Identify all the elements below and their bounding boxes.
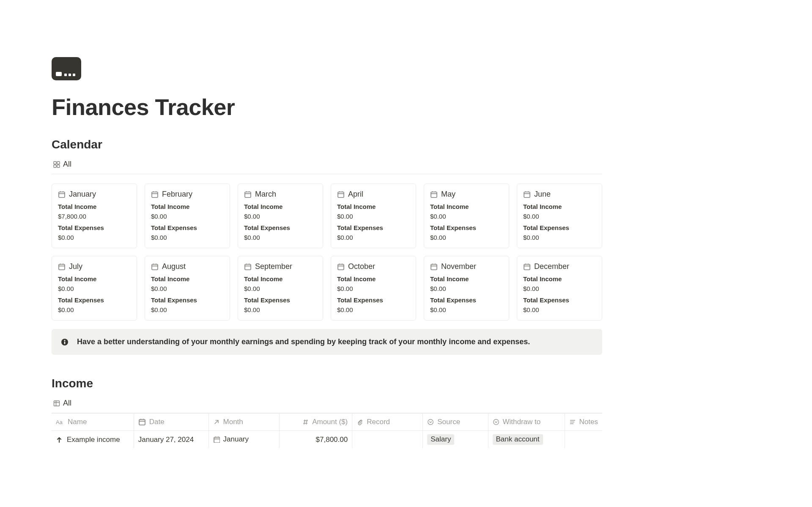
attachment-icon xyxy=(357,419,363,425)
month-card[interactable]: November Total Income $0.00 Total Expens… xyxy=(424,256,509,321)
calendar-icon xyxy=(138,418,146,426)
expenses-value: $0.00 xyxy=(58,306,131,313)
expenses-label: Total Expenses xyxy=(58,224,131,231)
expenses-value: $0.00 xyxy=(337,234,410,241)
expenses-label: Total Expenses xyxy=(430,296,503,304)
expenses-label: Total Expenses xyxy=(58,296,131,304)
cell-amount[interactable]: $7,800.00 xyxy=(280,431,352,449)
col-date[interactable]: Date xyxy=(134,414,208,431)
calendar-gallery: January Total Income $7,800.00 Total Exp… xyxy=(52,184,602,321)
expenses-label: Total Expenses xyxy=(430,224,503,231)
month-name: January xyxy=(69,190,96,199)
month-name: September xyxy=(255,262,292,271)
cell-withdraw[interactable]: Bank account xyxy=(488,431,565,449)
income-value: $0.00 xyxy=(151,213,224,220)
income-label: Total Income xyxy=(337,203,410,210)
expenses-value: $0.00 xyxy=(244,306,317,313)
month-card[interactable]: July Total Income $0.00 Total Expenses $… xyxy=(52,256,137,321)
col-source[interactable]: Source xyxy=(423,414,488,431)
expenses-value: $0.00 xyxy=(430,234,503,241)
income-label: Total Income xyxy=(430,203,503,210)
col-month[interactable]: Month xyxy=(208,414,280,431)
month-card[interactable]: August Total Income $0.00 Total Expenses… xyxy=(145,256,230,321)
income-label: Total Income xyxy=(151,275,224,282)
calendar-icon xyxy=(151,191,159,198)
income-label: Total Income xyxy=(523,275,596,282)
month-name: August xyxy=(162,262,186,271)
col-record[interactable]: Record xyxy=(352,414,423,431)
month-card[interactable]: September Total Income $0.00 Total Expen… xyxy=(238,256,323,321)
month-card[interactable]: March Total Income $0.00 Total Expenses … xyxy=(238,184,323,248)
month-name: October xyxy=(348,262,375,271)
cell-source[interactable]: Salary xyxy=(423,431,488,449)
month-card[interactable]: October Total Income $0.00 Total Expense… xyxy=(331,256,416,321)
col-withdraw[interactable]: Withdraw to xyxy=(488,414,565,431)
col-name[interactable]: Name xyxy=(52,414,134,431)
month-card[interactable]: June Total Income $0.00 Total Expenses $… xyxy=(517,184,602,248)
calendar-icon xyxy=(151,263,159,271)
expenses-value: $0.00 xyxy=(337,306,410,313)
income-label: Total Income xyxy=(58,203,131,210)
income-value: $0.00 xyxy=(337,285,410,292)
income-label: Total Income xyxy=(58,275,131,282)
cell-month[interactable]: January xyxy=(208,431,280,449)
title-icon xyxy=(56,419,64,425)
gallery-icon xyxy=(53,161,60,168)
calendar-icon xyxy=(244,191,252,198)
relation-icon xyxy=(213,419,220,425)
income-value: $0.00 xyxy=(337,213,410,220)
income-view-all[interactable]: All xyxy=(52,398,73,408)
calendar-icon xyxy=(430,263,438,271)
table-icon xyxy=(53,400,60,407)
expenses-value: $0.00 xyxy=(151,306,224,313)
callout-text: Have a better understanding of your mont… xyxy=(77,337,530,346)
expenses-value: $0.00 xyxy=(244,234,317,241)
text-icon xyxy=(569,419,576,425)
col-amount[interactable]: Amount ($) xyxy=(280,414,352,431)
income-label: Total Income xyxy=(337,275,410,282)
calendar-icon xyxy=(337,191,345,198)
info-callout: Have a better understanding of your mont… xyxy=(52,329,602,355)
expenses-label: Total Expenses xyxy=(523,296,596,304)
expenses-label: Total Expenses xyxy=(244,224,317,231)
month-card[interactable]: December Total Income $0.00 Total Expens… xyxy=(517,256,602,321)
expenses-label: Total Expenses xyxy=(337,296,410,304)
cell-name[interactable]: Example income xyxy=(52,431,134,449)
month-name: November xyxy=(441,262,476,271)
expenses-value: $0.00 xyxy=(151,234,224,241)
expenses-label: Total Expenses xyxy=(337,224,410,231)
cell-notes[interactable] xyxy=(565,431,602,449)
arrow-up-icon xyxy=(56,436,63,443)
income-value: $0.00 xyxy=(523,285,596,292)
calendar-view-all[interactable]: All xyxy=(52,159,73,170)
page-title: Finances Tracker xyxy=(52,94,602,120)
month-card[interactable]: May Total Income $0.00 Total Expenses $0… xyxy=(424,184,509,248)
income-label: Total Income xyxy=(244,275,317,282)
expenses-value: $0.00 xyxy=(523,306,596,313)
calendar-icon xyxy=(523,191,531,198)
col-notes[interactable]: Notes xyxy=(565,414,602,431)
calendar-icon xyxy=(337,263,345,271)
expenses-value: $0.00 xyxy=(523,234,596,241)
calendar-icon xyxy=(523,263,531,271)
income-value: $0.00 xyxy=(244,213,317,220)
month-name: February xyxy=(162,190,192,199)
month-name: July xyxy=(69,262,82,271)
cell-record[interactable] xyxy=(352,431,423,449)
expenses-value: $0.00 xyxy=(430,306,503,313)
month-card[interactable]: April Total Income $0.00 Total Expenses … xyxy=(331,184,416,248)
cell-date[interactable]: January 27, 2024 xyxy=(134,431,208,449)
month-card[interactable]: January Total Income $7,800.00 Total Exp… xyxy=(52,184,137,248)
income-value: $0.00 xyxy=(244,285,317,292)
page-icon xyxy=(52,57,81,80)
calendar-icon xyxy=(430,191,438,198)
calendar-view-tabs: All xyxy=(52,159,602,174)
income-label: Total Income xyxy=(523,203,596,210)
expenses-label: Total Expenses xyxy=(151,296,224,304)
info-icon xyxy=(61,338,69,346)
expenses-label: Total Expenses xyxy=(244,296,317,304)
month-card[interactable]: February Total Income $0.00 Total Expens… xyxy=(145,184,230,248)
income-label: Total Income xyxy=(151,203,224,210)
expenses-label: Total Expenses xyxy=(151,224,224,231)
table-row[interactable]: Example income January 27, 2024 January … xyxy=(52,431,602,449)
